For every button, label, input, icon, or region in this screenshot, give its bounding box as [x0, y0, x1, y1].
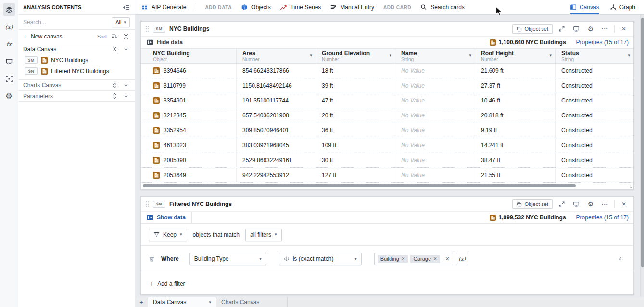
tag-garage[interactable]: Garage ✕: [410, 255, 440, 263]
search-input[interactable]: [23, 19, 108, 26]
canvas-tab-bar: + Data Canvas ▾ Charts Canvas: [135, 297, 644, 307]
add-filter-button[interactable]: Add a filter: [157, 281, 185, 287]
resize-handle[interactable]: [628, 184, 632, 188]
drag-handle[interactable]: [145, 26, 149, 32]
table-row[interactable]: 3352954309.8507094640136 ftNo Value9.19 …: [141, 123, 633, 138]
expand-section-icon[interactable]: [111, 81, 118, 89]
clear-values-icon[interactable]: ✕: [445, 256, 449, 262]
top-toolbar: AIP Generate ADD DATA Objects Time Serie…: [135, 0, 644, 15]
present-monitor-icon[interactable]: [571, 24, 581, 34]
hide-data-button[interactable]: Hide data: [141, 37, 189, 48]
chevron-down-icon[interactable]: [122, 45, 130, 53]
add-canvas-button[interactable]: +: [135, 297, 148, 307]
card-settings-gear-icon[interactable]: ⚙: [585, 24, 596, 34]
collapse-filter-icon[interactable]: [617, 256, 623, 262]
card-settings-gear-icon[interactable]: ⚙: [585, 199, 596, 209]
objects-button[interactable]: Objects: [241, 4, 271, 11]
table-cell: 127 ft: [316, 168, 395, 182]
remove-tag-icon[interactable]: ✕: [433, 256, 437, 261]
sidebar-item-nyc-buildings[interactable]: $M NYC Buildings: [18, 54, 135, 65]
all-filters-dropdown[interactable]: all filters ▾: [245, 229, 282, 241]
maximize-icon[interactable]: [556, 199, 567, 209]
show-data-button[interactable]: Show data: [141, 212, 192, 223]
tab-graph[interactable]: Graph: [610, 0, 635, 14]
chevron-down-icon: ▾: [124, 20, 126, 25]
chevron-down-icon[interactable]: [122, 92, 130, 100]
table-row[interactable]: 3354901191.3510011774447 ftNo Value10.46…: [141, 93, 633, 108]
expression-fx-button[interactable]: (x): [456, 253, 468, 265]
object-set-button[interactable]: Object set: [512, 24, 553, 34]
filter-operator-dropdown[interactable]: is (exact match) ▾: [279, 253, 362, 265]
scrollbar-thumb[interactable]: [641, 18, 644, 267]
table-row[interactable]: 3212345657.5403620190820 ftNo Value20.81…: [141, 108, 633, 123]
section-charts-canvas[interactable]: Charts Canvas: [18, 79, 135, 90]
keep-dropdown[interactable]: Keep ▾: [149, 229, 187, 241]
column-header-area[interactable]: Area Number ▾: [237, 49, 316, 63]
sort-button[interactable]: Sort: [97, 34, 107, 39]
collapse-section-icon[interactable]: [111, 45, 118, 53]
table-cell: Constructed: [556, 123, 633, 138]
filter-values-input[interactable]: Building ✕ Garage ✕ ✕: [374, 253, 453, 265]
search-cards-button[interactable]: Search cards: [420, 4, 465, 11]
close-card-icon[interactable]: ✕: [619, 24, 629, 34]
formula-x-icon[interactable]: (x): [3, 21, 15, 33]
building-object-icon: [490, 39, 496, 46]
filter-field-dropdown[interactable]: Building Type ▾: [189, 253, 266, 265]
exact-match-icon: [284, 256, 290, 262]
column-header-name[interactable]: Name String ▾: [395, 49, 475, 63]
properties-link[interactable]: Properties (15 of 17): [571, 214, 633, 221]
scrollbar-thumb[interactable]: [143, 184, 576, 187]
column-menu-icon[interactable]: ▾: [469, 53, 471, 58]
section-data-canvas[interactable]: Data Canvas: [18, 43, 135, 54]
column-header-nyc-building[interactable]: NYC Building Object: [141, 49, 237, 63]
focus-icon[interactable]: [3, 73, 15, 85]
table-row[interactable]: 3394646854.6624331786618 ftNo Value21.60…: [141, 64, 633, 78]
tab-canvas[interactable]: Canvas: [570, 0, 599, 14]
more-options-icon[interactable]: ···: [600, 24, 610, 34]
aip-generate-button[interactable]: AIP Generate: [141, 4, 187, 11]
column-header-ground-elevation[interactable]: Ground Elevation Number ▾: [316, 49, 395, 63]
drag-handle[interactable]: [145, 201, 149, 207]
chevron-down-icon[interactable]: ▾: [209, 300, 211, 305]
time-series-button[interactable]: Time Series: [280, 4, 321, 11]
horizontal-scrollbar[interactable]: [141, 182, 633, 189]
more-options-icon[interactable]: ···: [600, 199, 610, 209]
tag-building[interactable]: Building ✕: [378, 255, 408, 263]
function-fx-icon[interactable]: fx: [3, 38, 15, 51]
properties-link[interactable]: Properties (15 of 17): [571, 39, 633, 46]
settings-gear-icon[interactable]: ⚙: [3, 90, 15, 102]
table-cell: 21.609 ft: [475, 64, 556, 78]
filter-mode-row: Keep ▾ objects that match all filters ▾: [141, 224, 633, 246]
column-menu-icon[interactable]: ▾: [389, 53, 391, 58]
column-header-status[interactable]: Status String ▾: [556, 49, 633, 63]
object-set-button[interactable]: Object set: [512, 199, 553, 209]
table-row[interactable]: 2053649942.22942553912127 ftNo Value21.5…: [141, 168, 633, 183]
table-row[interactable]: 20053902529.8663224916130 ftNo Value38.4…: [141, 153, 633, 168]
sidebar-item-filtered-nyc-buildings[interactable]: $N Filtered NYC Buildings: [18, 65, 135, 77]
presentation-icon[interactable]: [3, 55, 15, 68]
table-row[interactable]: 31107991150.8164849214639 ftNo Value27.3…: [141, 78, 633, 93]
bottom-tab-charts-canvas[interactable]: Charts Canvas: [216, 297, 288, 307]
layers-icon[interactable]: [3, 3, 15, 16]
collapse-panel-icon[interactable]: [122, 3, 130, 11]
remove-tag-icon[interactable]: ✕: [402, 256, 405, 261]
expand-section-icon[interactable]: [111, 92, 118, 100]
maximize-icon[interactable]: [556, 24, 567, 34]
chevron-down-icon[interactable]: [122, 81, 130, 89]
search-filter-select[interactable]: All ▾: [112, 17, 130, 27]
bottom-tab-data-canvas[interactable]: Data Canvas ▾: [148, 297, 216, 307]
column-menu-icon[interactable]: ▾: [310, 53, 312, 58]
column-menu-icon[interactable]: ▾: [549, 53, 552, 58]
close-card-icon[interactable]: ✕: [619, 199, 629, 209]
table-row[interactable]: 4613023383.03921968045109 ftNo Value14.2…: [141, 138, 633, 153]
collapse-all-icon[interactable]: [122, 33, 130, 40]
column-menu-icon[interactable]: ▾: [628, 53, 630, 58]
sort-order-icon[interactable]: [111, 33, 118, 40]
manual-entry-button[interactable]: Manual Entry: [330, 4, 374, 11]
vertical-scrollbar[interactable]: [640, 15, 644, 297]
present-monitor-icon[interactable]: [571, 199, 581, 209]
section-parameters[interactable]: Parameters: [18, 90, 135, 102]
delete-filter-icon[interactable]: [148, 255, 155, 263]
new-canvas-button[interactable]: New canvas: [31, 33, 62, 40]
column-header-roof-height[interactable]: Roof Height Number ▾: [475, 49, 556, 63]
